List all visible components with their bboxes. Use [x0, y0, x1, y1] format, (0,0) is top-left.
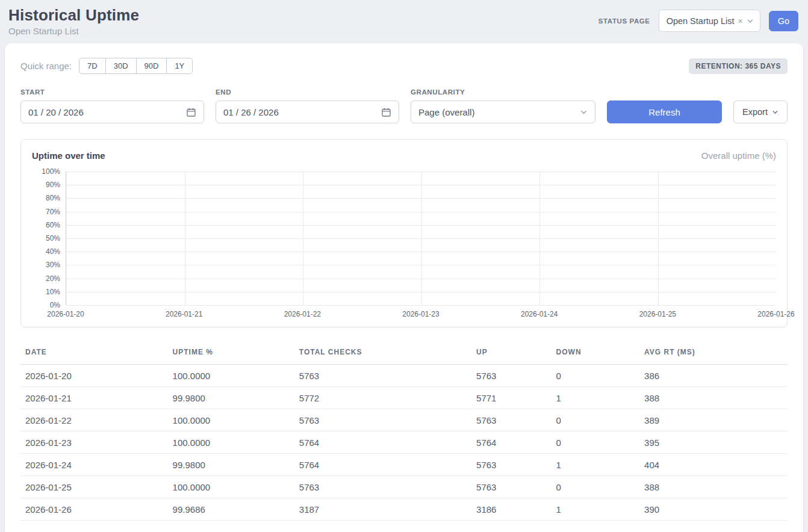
chevron-down-icon: [747, 17, 754, 25]
table-header-cell: DOWN: [552, 343, 640, 365]
chart-title: Uptime over time: [32, 150, 105, 161]
gridline-v: [658, 172, 659, 305]
y-tick-label: 20%: [46, 274, 60, 283]
x-tick-label: 2026-01-20: [47, 310, 84, 318]
status-page-value: Open Startup List: [667, 16, 735, 26]
table-cell: 3187: [294, 498, 471, 521]
retention-badge: RETENTION: 365 DAYS: [689, 58, 788, 74]
status-page-label: STATUS PAGE: [598, 17, 650, 25]
chart-header: Uptime over time Overall uptime (%): [32, 150, 776, 161]
y-tick-label: 70%: [46, 208, 60, 216]
chart-body: 100%90%80%70%60%50%40%30%20%10%0%: [32, 172, 776, 305]
end-date-input[interactable]: 01 / 26 / 2026: [216, 101, 399, 123]
table-cell: 395: [639, 431, 788, 454]
table-cell: 100.0000: [168, 431, 294, 454]
table-cell: 2026-01-25: [20, 476, 168, 498]
table-header-cell: DATE: [20, 343, 168, 365]
table-row: 2026-01-20100.0000576357630386: [20, 365, 788, 387]
gridline-v: [539, 172, 540, 305]
table-row: 2026-01-2699.9686318731861390: [20, 498, 788, 521]
gridline-v: [303, 172, 303, 305]
table-cell: 0: [552, 476, 640, 498]
table-cell: 386: [639, 365, 788, 387]
go-button[interactable]: Go: [769, 11, 798, 31]
export-button[interactable]: Export: [733, 101, 788, 123]
calendar-icon[interactable]: [186, 107, 196, 117]
y-tick-label: 90%: [46, 181, 60, 189]
granularity-select[interactable]: Page (overall): [411, 101, 595, 123]
table-header-cell: UPTIME %: [168, 343, 294, 365]
table-cell: 5763: [294, 409, 471, 431]
table-cell: 2026-01-26: [20, 498, 168, 521]
gridline-v: [421, 172, 422, 305]
clear-icon[interactable]: ×: [738, 16, 742, 26]
status-page-select[interactable]: Open Startup List ×: [659, 10, 760, 32]
start-field: START 01 / 20 / 2026: [20, 88, 204, 123]
table-cell: 389: [639, 409, 788, 431]
table-cell: 388: [639, 476, 788, 498]
table-cell: 1: [552, 387, 640, 409]
top-bar: Historical Uptime Open Startup List STAT…: [5, 0, 803, 43]
gridline-v: [185, 172, 185, 305]
main-card: Quick range: 7D30D90D1Y RETENTION: 365 D…: [5, 43, 803, 532]
quick-range-group: 7D30D90D1Y: [79, 58, 193, 74]
refresh-button[interactable]: Refresh: [607, 101, 722, 123]
table-cell: 99.9800: [168, 387, 294, 409]
start-date-value: 01 / 20 / 2026: [28, 107, 84, 117]
title-block: Historical Uptime Open Startup List: [8, 6, 139, 36]
table-body: 2026-01-20100.00005763576303862026-01-21…: [20, 365, 788, 521]
table-cell: 100.0000: [168, 476, 294, 498]
table-row: 2026-01-22100.0000576357630389: [20, 409, 788, 431]
table-head: DATEUPTIME %TOTAL CHECKSUPDOWNAVG RT (MS…: [20, 343, 788, 365]
filter-form: START 01 / 20 / 2026 END 01 / 26 / 2026: [20, 88, 788, 123]
table-cell: 5772: [294, 387, 471, 409]
table-cell: 1: [552, 498, 640, 521]
calendar-icon[interactable]: [381, 107, 391, 117]
end-label: END: [216, 88, 399, 96]
table-cell: 2026-01-20: [20, 365, 168, 387]
granularity-field: GRANULARITY Page (overall): [411, 88, 595, 123]
chart-legend: Overall uptime (%): [701, 150, 776, 161]
end-field: END 01 / 26 / 2026: [216, 88, 399, 123]
table-header-cell: UP: [471, 343, 551, 365]
y-axis: 100%90%80%70%60%50%40%30%20%10%0%: [32, 172, 66, 305]
quick-range-90d[interactable]: 90D: [136, 58, 167, 74]
chevron-down-icon: [580, 108, 588, 116]
y-tick-label: 40%: [46, 247, 60, 256]
table-row: 2026-01-23100.0000576457640395: [20, 431, 788, 454]
table-cell: 5764: [294, 431, 471, 454]
table-row: 2026-01-25100.0000576357630388: [20, 476, 788, 498]
chart-plot: [66, 172, 776, 305]
table-cell: 5764: [294, 454, 471, 476]
table-cell: 390: [639, 498, 788, 521]
quick-range-30d[interactable]: 30D: [105, 58, 137, 74]
table-cell: 5763: [294, 476, 471, 498]
granularity-value: Page (overall): [418, 107, 474, 117]
table-cell: 2026-01-23: [20, 431, 168, 454]
table-cell: 2026-01-22: [20, 409, 168, 431]
quick-range-label: Quick range:: [20, 61, 72, 71]
x-tick-label: 2026-01-23: [402, 310, 439, 318]
table-cell: 5763: [471, 409, 551, 431]
top-controls: STATUS PAGE Open Startup List × Go: [598, 10, 798, 32]
table-cell: 5763: [471, 454, 551, 476]
y-tick-label: 50%: [46, 234, 60, 243]
y-tick-label: 10%: [46, 288, 60, 296]
y-tick-label: 30%: [46, 261, 60, 269]
end-date-value: 01 / 26 / 2026: [223, 107, 279, 117]
table-cell: 388: [639, 387, 788, 409]
table-row: 2026-01-2199.9800577257711388: [20, 387, 788, 409]
x-axis: 2026-01-202026-01-212026-01-222026-01-23…: [66, 305, 776, 320]
quick-range-7d[interactable]: 7D: [79, 58, 106, 74]
table-cell: 0: [552, 365, 640, 387]
start-date-input[interactable]: 01 / 20 / 2026: [20, 101, 204, 123]
table-cell: 5764: [471, 431, 551, 454]
table-cell: 99.9686: [168, 498, 294, 521]
uptime-table: DATEUPTIME %TOTAL CHECKSUPDOWNAVG RT (MS…: [20, 343, 788, 521]
start-label: START: [20, 88, 204, 96]
table-cell: 99.9800: [168, 454, 294, 476]
quick-range-1y[interactable]: 1Y: [166, 58, 193, 74]
x-tick-label: 2026-01-22: [284, 310, 321, 318]
x-tick-label: 2026-01-25: [639, 310, 676, 318]
y-tick-label: 60%: [46, 221, 60, 229]
